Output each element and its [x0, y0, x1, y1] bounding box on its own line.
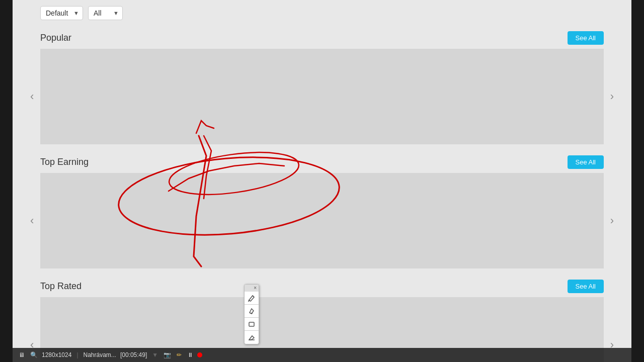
top-rated-section-header: Top Rated See All	[40, 275, 604, 297]
top-earning-carousel-inner	[40, 173, 604, 268]
svg-rect-3	[249, 322, 254, 326]
filter-dropdown-wrapper: All Free Paid ▼	[88, 6, 123, 20]
annotation-erase-button[interactable]	[245, 331, 259, 344]
popular-see-all-button[interactable]: See All	[568, 31, 604, 45]
popular-carousel: ‹ ›	[40, 49, 604, 144]
top-earning-carousel-left-button[interactable]: ‹	[28, 214, 36, 227]
popular-carousel-right-button[interactable]: ›	[608, 90, 616, 103]
toolbar-separator-2: ▼	[152, 351, 158, 358]
top-rated-carousel-right-button[interactable]: ›	[608, 338, 616, 351]
annotation-pen-button[interactable]	[245, 292, 259, 305]
top-earning-carousel: ‹ ›	[40, 173, 604, 268]
annotation-toolbar: ×	[244, 284, 259, 344]
popular-section: Popular See All ‹ ›	[40, 26, 604, 144]
top-earning-title: Top Earning	[40, 157, 89, 167]
content-area: Popular See All ‹ › Top Earning See All …	[13, 26, 631, 362]
bottom-toolbar: 🖥 🔍 1280x1024 | Nahrávam... [00:05:49] ▼…	[13, 348, 631, 362]
main-screen: Default Name Date Rating ▼ All Free Paid…	[13, 0, 631, 362]
annotation-rectangle-button[interactable]	[245, 318, 259, 331]
popular-section-header: Popular See All	[40, 26, 604, 49]
top-earning-see-all-button[interactable]: See All	[568, 155, 604, 169]
sort-dropdown[interactable]: Default Name Date Rating	[40, 6, 83, 20]
toolbar-separator-1: |	[76, 351, 78, 358]
system-tray-icon: 🖥	[18, 351, 26, 359]
pause-button[interactable]: ⏸	[187, 351, 193, 358]
pen-tool-icon[interactable]: ✏	[175, 351, 183, 359]
annotation-highlighter-button[interactable]	[245, 305, 259, 318]
camera-icon[interactable]: 📷	[163, 351, 171, 359]
top-bar: Default Name Date Rating ▼ All Free Paid…	[13, 0, 631, 26]
top-earning-section-header: Top Earning See All	[40, 150, 604, 173]
filter-dropdown[interactable]: All Free Paid	[88, 6, 123, 20]
status-label: Nahrávam...	[84, 351, 116, 358]
record-stop-button[interactable]	[197, 352, 202, 357]
top-earning-carousel-right-button[interactable]: ›	[608, 214, 616, 227]
annotation-close-button[interactable]: ×	[254, 286, 257, 291]
top-rated-see-all-button[interactable]: See All	[568, 280, 604, 293]
top-earning-section: Top Earning See All ‹ ›	[40, 150, 604, 268]
popular-carousel-left-button[interactable]: ‹	[28, 90, 36, 103]
popular-carousel-inner	[40, 49, 604, 144]
sort-dropdown-wrapper: Default Name Date Rating ▼	[40, 6, 83, 20]
annotation-toolbar-header[interactable]: ×	[245, 285, 259, 292]
popular-title: Popular	[40, 33, 71, 43]
top-rated-carousel-left-button[interactable]: ‹	[28, 338, 36, 351]
resolution-label: 1280x1024	[42, 351, 71, 358]
top-rated-title: Top Rated	[40, 281, 82, 292]
zoom-icon: 🔍	[30, 351, 38, 359]
recording-time: [00:05:49]	[120, 351, 147, 358]
